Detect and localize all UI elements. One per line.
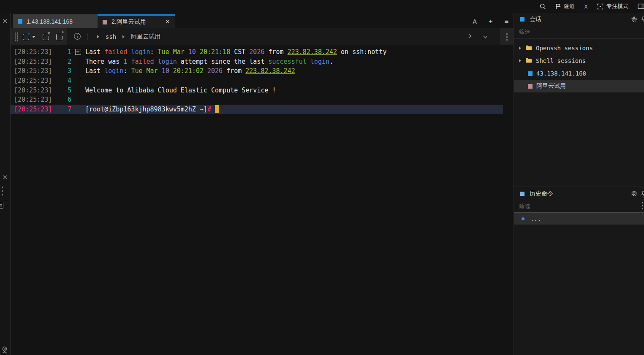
text-segment: Tue Mar (131, 67, 161, 75)
history-label: ... (530, 215, 541, 222)
session-label: Shell sessions (536, 57, 586, 64)
session-tree-item[interactable]: 阿里云试用 (514, 80, 644, 92)
breadcrumb-arrow-icon (97, 35, 99, 38)
session-type-icon (528, 71, 533, 76)
top-bar: 隧道 X 专注模式 (0, 0, 644, 13)
text-segment: Last (85, 67, 104, 75)
right-sidebar: 会话 筛选 Openssh sessionsShell sessions43.1… (514, 13, 644, 355)
chevron-down-icon[interactable] (32, 36, 35, 38)
outline-panel-icon[interactable] (0, 202, 3, 209)
divider (87, 33, 87, 40)
session-type-icon (103, 20, 107, 24)
sessions-panel-header: 会话 (514, 13, 644, 26)
info-icon[interactable] (73, 33, 81, 41)
run-command-icon[interactable] (467, 33, 473, 40)
session-tree: Openssh sessionsShell sessions43.138.141… (514, 38, 644, 92)
strip-divider (0, 210, 10, 210)
text-segment: : (123, 67, 131, 75)
toggle-panel-icon[interactable] (638, 3, 644, 9)
focus-mode-label: 专注模式 (606, 3, 628, 10)
location-pin-icon[interactable] (1, 346, 8, 355)
session-label: Openssh sessions (536, 45, 593, 51)
history-item[interactable]: ... (514, 213, 644, 225)
history-filter-input[interactable]: 筛选 (514, 201, 644, 213)
session-label: 阿里云试用 (536, 82, 566, 90)
text-segment: CST (230, 48, 249, 56)
panel-icon (520, 17, 524, 22)
tab-label: 1.43.138.141.168 (27, 18, 73, 25)
tab-session-2[interactable]: 2.阿里云试用 (98, 14, 175, 28)
strip-divider (0, 200, 10, 200)
fold-gutter (71, 57, 85, 67)
text-segment (307, 58, 310, 65)
text-segment: failed (104, 48, 127, 56)
tunnel-button[interactable]: 隧道 (555, 3, 575, 10)
text-segment: # (207, 106, 211, 113)
x-label: X (584, 3, 588, 10)
expand-caret-icon[interactable] (519, 59, 521, 62)
close-icon[interactable] (2, 18, 8, 26)
panel-icon (520, 192, 524, 196)
fold-marker-icon[interactable] (71, 47, 85, 57)
line-number: 3 (52, 67, 71, 75)
pin-panel-icon[interactable] (641, 190, 644, 198)
new-session-icon[interactable]: + (23, 34, 29, 40)
text-segment (154, 58, 158, 65)
more-options-icon[interactable] (2, 187, 3, 195)
text-segment (211, 106, 215, 113)
filter-placeholder: 筛选 (519, 28, 530, 36)
expand-dropdown-icon[interactable] (483, 33, 488, 40)
text-segment (169, 67, 173, 75)
toolbar-menu-icon[interactable] (500, 28, 514, 45)
terminal-line[interactable]: [20:25:23]7[root@iZbp163kjhp8983kwv5m2hZ… (11, 105, 503, 114)
terminal-line[interactable]: [20:25:23]2There was 1 failed login atte… (11, 57, 503, 67)
search-icon[interactable] (540, 3, 546, 10)
toolbar: + × ° ssh 阿里云试用 (11, 28, 514, 45)
close-panel-icon[interactable] (2, 174, 8, 182)
tab-list-button[interactable]: ≡ (505, 18, 508, 25)
sessions-filter-input[interactable]: 筛选 (514, 26, 644, 38)
line-timestamp: [20:25:23] (14, 48, 52, 56)
filter-menu-icon[interactable] (642, 202, 643, 209)
line-timestamp: [20:25:23] (14, 106, 52, 113)
text-segment: Welcome to Alibaba Cloud Elastic Compute… (85, 87, 276, 94)
text-segment: 223.82.38.242 (245, 67, 295, 75)
terminal-line[interactable]: [20:25:23]6 (11, 95, 503, 105)
breadcrumb-session[interactable]: 阿里云试用 (131, 33, 160, 41)
line-number: 1 (52, 48, 71, 56)
center-column: 1.43.138.141.168 2.阿里云试用 A + ≡ (11, 13, 514, 355)
line-number: 7 (52, 106, 71, 113)
detach-session-icon[interactable]: ° (56, 34, 62, 40)
tab-close-icon[interactable] (165, 19, 170, 25)
tab-session-1[interactable]: 1.43.138.141.168 (13, 14, 98, 28)
terminal-line[interactable]: [20:25:23]4 (11, 76, 503, 86)
line-number: 2 (52, 58, 71, 65)
text-segment: login (158, 58, 177, 65)
tab-tools: A + ≡ (473, 14, 514, 28)
history-panel-header: 历史命令 (514, 187, 644, 201)
terminal-line[interactable]: [20:25:23]5Welcome to Alibaba Cloud Elas… (11, 85, 503, 95)
terminal-text: Welcome to Alibaba Cloud Elastic Compute… (85, 87, 276, 94)
drag-handle[interactable] (15, 32, 19, 41)
terminal[interactable]: [20:25:23]1Last failed login: Tue Mar 10… (11, 45, 514, 355)
terminal-line[interactable]: [20:25:23]3Last login: Tue Mar 10 20:21:… (11, 66, 503, 76)
close-session-icon[interactable]: × (43, 34, 49, 40)
terminal-line[interactable]: [20:25:23]1Last failed login: Tue Mar 10… (11, 47, 503, 57)
pin-panel-icon[interactable] (641, 16, 644, 24)
gear-icon[interactable] (631, 16, 637, 24)
font-size-button[interactable]: A (473, 18, 476, 25)
x-server-button[interactable]: X (584, 3, 588, 10)
session-tree-item[interactable]: Openssh sessions (514, 42, 644, 54)
expand-caret-icon[interactable] (519, 46, 521, 50)
session-tree-item[interactable]: Shell sessions (514, 54, 644, 67)
new-tab-button[interactable]: + (489, 17, 493, 26)
breadcrumb-protocol[interactable]: ssh (106, 33, 116, 40)
gear-icon[interactable] (631, 190, 637, 198)
session-tree-item[interactable]: 43.138.141.168 (514, 67, 644, 80)
text-segment: Last (85, 48, 104, 56)
text-segment: 2026 (207, 67, 223, 75)
focus-mode-button[interactable]: 专注模式 (597, 3, 628, 10)
tab-bar: 1.43.138.141.168 2.阿里云试用 A + ≡ (11, 13, 514, 28)
terminal-cursor (215, 105, 219, 113)
terminal-lines: [20:25:23]1Last failed login: Tue Mar 10… (11, 47, 503, 114)
